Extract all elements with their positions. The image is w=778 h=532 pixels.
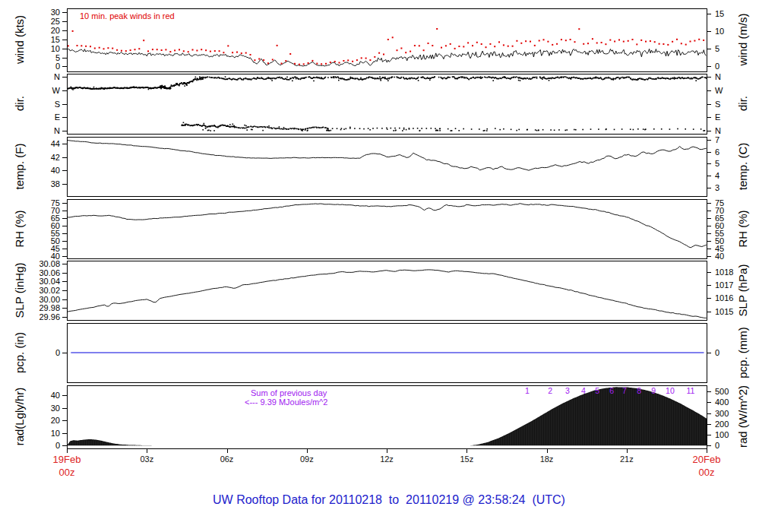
y-tick-label-right: 10 bbox=[715, 27, 724, 36]
y-tick-label-left: 38 bbox=[51, 179, 60, 188]
y-tick-label-right: 400 bbox=[715, 397, 729, 407]
radiation-hour-mark: 2 bbox=[548, 386, 552, 395]
y-tick-label-right: 0 bbox=[715, 62, 719, 71]
panel-pcp: 00 bbox=[55, 324, 719, 383]
panel-slp: 29.9629.9830.0030.0230.0430.0630.0810151… bbox=[39, 259, 733, 321]
y-tick-label-left: 29.98 bbox=[39, 303, 60, 312]
x-tick-label: 06z bbox=[220, 454, 234, 464]
y-tick-label-left: 30.06 bbox=[39, 268, 60, 277]
series-wind_speed_kts bbox=[67, 49, 706, 66]
x-tick-label: 18z bbox=[540, 454, 554, 464]
series-temperature_F bbox=[67, 140, 707, 170]
radiation-hour-mark: 10 bbox=[666, 386, 675, 395]
y-tick-label-left: 40 bbox=[51, 391, 60, 400]
y-tick-label-right: 5 bbox=[715, 159, 719, 168]
y-tick-label-right: 5 bbox=[715, 44, 719, 53]
y-tick-label-left: 30.02 bbox=[39, 286, 60, 295]
y-tick-label-left: N bbox=[54, 126, 60, 135]
y-tick-label-left: 30 bbox=[51, 404, 60, 413]
radiation-hour-mark: 8 bbox=[637, 386, 641, 395]
panel-border-slp bbox=[68, 261, 707, 321]
panel-dir: NWSENNWSEN bbox=[52, 72, 723, 135]
panel-border-dir bbox=[68, 74, 707, 135]
y-tick-label-right: S bbox=[715, 100, 720, 109]
y-tick-label-left: 30 bbox=[51, 8, 60, 17]
y-tick-label-left: 20 bbox=[51, 416, 60, 425]
x-tick-label: 21z bbox=[620, 454, 634, 464]
y-tick-label-left: 0 bbox=[55, 441, 60, 450]
x-axis-start-date-line2: 00z bbox=[29, 466, 105, 479]
y-tick-label-right: N bbox=[715, 126, 721, 135]
figure-title: UW Rooftop Data for 20110218 to 20110219… bbox=[0, 493, 778, 507]
radiation-hour-mark: 4 bbox=[581, 386, 586, 395]
radiation-hour-mark: 9 bbox=[651, 386, 656, 395]
y-tick-label-right: 1018 bbox=[715, 268, 733, 277]
y-tick-label-left: 30.00 bbox=[39, 295, 60, 304]
y-tick-label-left: S bbox=[55, 100, 60, 109]
y-tick-label-left: 10 bbox=[51, 429, 60, 438]
radiation-hour-mark: 6 bbox=[609, 386, 614, 395]
y-tick-label-right: 1017 bbox=[715, 280, 733, 290]
radiation-hour-mark: 11 bbox=[686, 386, 694, 395]
series-sea_level_pressure_inHg bbox=[67, 270, 707, 318]
y-tick-label-right: 200 bbox=[715, 420, 729, 429]
radiation-sum-note: Sum of previous day bbox=[251, 388, 327, 397]
x-axis-start-date-line1: 19Feb bbox=[29, 453, 105, 466]
y-tick-label-right: 0 bbox=[715, 441, 719, 450]
peak-winds-note: 10 min. peak winds in red bbox=[80, 11, 175, 21]
panel-border-temp bbox=[68, 138, 707, 197]
x-axis-end-date: 20Feb 00z bbox=[669, 453, 745, 479]
y-tick-label-left: N bbox=[54, 72, 60, 81]
y-tick-label-left: 20 bbox=[51, 26, 60, 35]
y-tick-label-left: 30.04 bbox=[39, 277, 60, 286]
y-tick-label-right: 0 bbox=[715, 348, 719, 357]
y-tick-label-right: 3 bbox=[715, 183, 719, 192]
y-tick-label-right: W bbox=[715, 86, 723, 95]
panel-border-rh bbox=[68, 200, 707, 259]
y-tick-label-left: 0 bbox=[55, 348, 60, 357]
y-tick-label-left: 29.96 bbox=[39, 312, 60, 321]
y-tick-label-left: 30.08 bbox=[39, 259, 60, 268]
y-tick-label-left: W bbox=[52, 86, 61, 95]
y-axis-title-rad-wm2: rad (W/m^2) bbox=[736, 367, 750, 466]
radiation-sum-value: <--- 9.39 MJoules/m^2 bbox=[245, 397, 327, 407]
y-tick-label-right: E bbox=[715, 112, 720, 122]
y-tick-label-right: 75 bbox=[715, 198, 724, 207]
y-tick-label-right: 1016 bbox=[715, 293, 733, 302]
x-tick-label: 15z bbox=[460, 454, 473, 464]
x-axis: 03z06z09z12z15z18z21z bbox=[68, 448, 707, 464]
x-tick-label: 09z bbox=[300, 454, 314, 464]
y-tick-label-right: 300 bbox=[715, 409, 729, 418]
y-tick-label-right: 4 bbox=[715, 171, 719, 180]
y-tick-label-left: 44 bbox=[51, 139, 60, 148]
radiation-hour-mark: 5 bbox=[595, 386, 599, 395]
series-relative_humidity_pct bbox=[67, 204, 707, 248]
panel-temp: 3840424434567 bbox=[51, 135, 719, 197]
y-tick-label-left: E bbox=[55, 112, 60, 122]
x-axis-start-date: 19Feb 00z bbox=[29, 453, 105, 479]
y-tick-label-left: 75 bbox=[51, 198, 60, 207]
y-tick-label-right: 500 bbox=[715, 387, 729, 396]
y-tick-label-left: 42 bbox=[51, 153, 60, 162]
x-tick-label: 03z bbox=[140, 454, 153, 464]
y-tick-label-left: 15 bbox=[51, 35, 60, 44]
radiation-hour-mark: 1 bbox=[525, 386, 530, 395]
y-tick-label-left: 10 bbox=[51, 44, 60, 53]
y-tick-label-right: 7 bbox=[715, 135, 719, 144]
y-tick-label-right: 1015 bbox=[715, 307, 733, 316]
y-tick-label-left: 25 bbox=[51, 17, 60, 26]
y-tick-label-left: 0 bbox=[55, 62, 60, 71]
uw-rooftop-weather-figure: 051015202530051015NWSENNWSEN384042443456… bbox=[0, 0, 778, 532]
panel-rh: 40455055606570754045505560657075 bbox=[51, 198, 725, 261]
y-tick-label-left: 40 bbox=[51, 166, 60, 175]
x-axis-end-date-line2: 00z bbox=[669, 466, 745, 479]
y-axis-title-rad-lgly: rad(Lgly/hr) bbox=[13, 367, 27, 466]
y-tick-label-right: 6 bbox=[715, 147, 719, 157]
radiation-hour-mark: 7 bbox=[622, 386, 627, 395]
radiation-hour-mark: 3 bbox=[565, 386, 570, 395]
y-tick-label-right: 100 bbox=[715, 430, 729, 439]
x-axis-end-date-line1: 20Feb bbox=[669, 453, 745, 466]
y-tick-label-left: 5 bbox=[55, 53, 60, 62]
y-tick-label-right: 15 bbox=[715, 9, 724, 18]
x-tick-label: 12z bbox=[380, 454, 394, 464]
